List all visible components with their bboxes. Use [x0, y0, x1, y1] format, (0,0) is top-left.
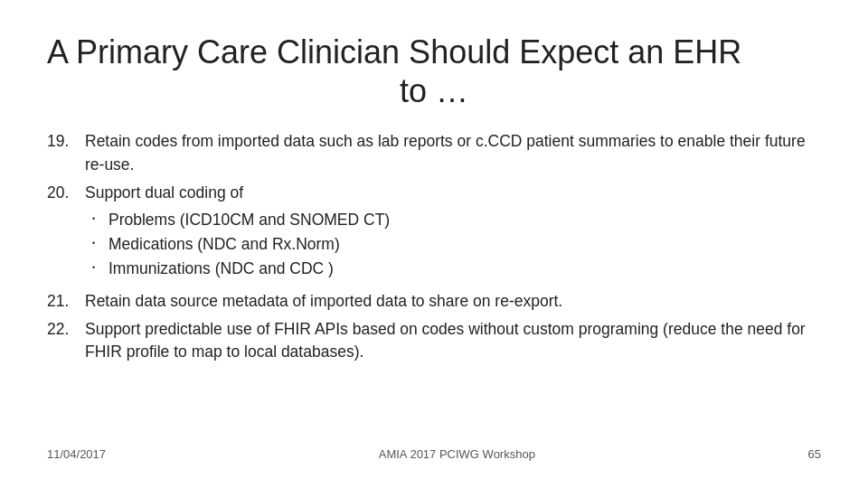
- title-line2: to …: [47, 71, 821, 110]
- item-number: 21.: [47, 290, 85, 313]
- list-item: 19. Retain codes from imported data such…: [47, 130, 821, 176]
- item-number: 22.: [47, 318, 85, 341]
- item-text: Retain codes from imported data such as …: [85, 130, 821, 176]
- list-item: 20. Support dual coding of • Problems (I…: [47, 182, 821, 285]
- slide-footer: 11/04/2017 AMIA 2017 PCIWG Workshop 65: [47, 442, 821, 461]
- item-text: Retain data source metadata of imported …: [85, 290, 821, 313]
- bullet-icon: •: [92, 262, 108, 274]
- slide-title: A Primary Care Clinician Should Expect a…: [47, 33, 821, 110]
- slide: A Primary Care Clinician Should Expect a…: [0, 0, 868, 488]
- sub-list-item: • Medications (NDC and Rx.Norm): [92, 233, 821, 256]
- sub-list: • Problems (ICD10CM and SNOMED CT) • Med…: [92, 209, 821, 281]
- title-line1: A Primary Care Clinician Should Expect a…: [47, 33, 741, 70]
- footer-date: 11/04/2017: [47, 447, 106, 461]
- footer-workshop: AMIA 2017 PCIWG Workshop: [379, 447, 535, 461]
- item-number: 20.: [47, 182, 85, 204]
- list-item: 21. Retain data source metadata of impor…: [47, 290, 821, 313]
- bullet-icon: •: [92, 213, 108, 225]
- item-number: 19.: [47, 130, 85, 153]
- bullet-icon: •: [92, 238, 108, 249]
- item-text: Support predictable use of FHIR APIs bas…: [85, 318, 821, 364]
- sub-list-item: • Problems (ICD10CM and SNOMED CT): [92, 209, 821, 231]
- footer-page: 65: [808, 447, 821, 461]
- list-item: 22. Support predictable use of FHIR APIs…: [47, 318, 821, 364]
- slide-content: 19. Retain codes from imported data such…: [47, 130, 821, 442]
- item-text: Support dual coding of • Problems (ICD10…: [85, 182, 821, 285]
- sub-list-item: • Immunizations (NDC and CDC ): [92, 258, 821, 280]
